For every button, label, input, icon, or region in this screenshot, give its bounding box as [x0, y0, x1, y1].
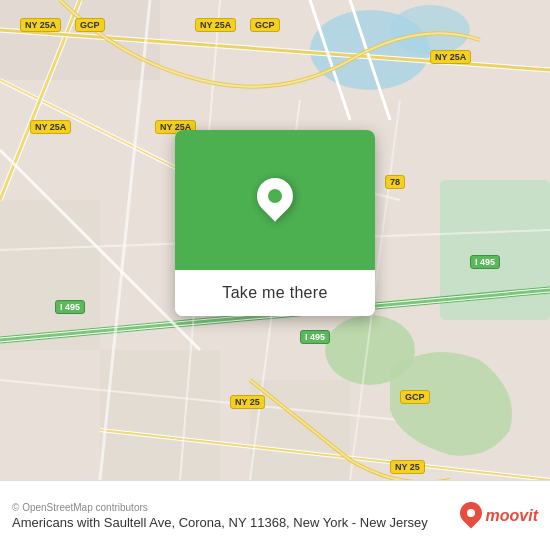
road-badge-ny25_bottom_center: NY 25: [230, 395, 265, 409]
location-pin: [257, 178, 293, 222]
moovit-brand-text: moovit: [486, 507, 538, 525]
road-badge-i495_center: I 495: [300, 330, 330, 344]
moovit-pin-inner: [467, 509, 475, 517]
road-badge-ny25a_mid_left: NY 25A: [30, 120, 71, 134]
road-badge-ny25a_top_center: NY 25A: [195, 18, 236, 32]
road-badge-i495_left: I 495: [55, 300, 85, 314]
copyright-text: © OpenStreetMap contributors: [12, 502, 148, 513]
map-container: NY 25ANY 25AGCPGCPGCPNY 25ANY 25A78NY 25…: [0, 0, 550, 480]
take-me-there-button[interactable]: Take me there: [175, 270, 375, 316]
moovit-logo: moovit: [460, 502, 538, 530]
svg-rect-6: [0, 200, 100, 350]
road-badge-ny25_bottom_right: NY 25: [390, 460, 425, 474]
svg-rect-7: [100, 350, 220, 480]
card-map-preview: [175, 130, 375, 270]
road-badge-ny25a_top_left: NY 25A: [20, 18, 61, 32]
road-badge-ny78: 78: [385, 175, 405, 189]
svg-rect-8: [250, 380, 350, 480]
moovit-pin-icon: [460, 502, 482, 530]
road-badge-gcp_top_left: GCP: [75, 18, 105, 32]
svg-point-2: [390, 5, 470, 55]
copyright-line: © OpenStreetMap contributors: [12, 502, 460, 513]
moovit-pin-head: [455, 497, 486, 528]
pin-head: [250, 171, 301, 222]
road-badge-gcp_top_center: GCP: [250, 18, 280, 32]
copyright-info: © OpenStreetMap contributors Americans w…: [12, 502, 460, 530]
road-badge-i495_right: I 495: [470, 255, 500, 269]
road-badge-ny25a_right: NY 25A: [430, 50, 471, 64]
bottom-bar: © OpenStreetMap contributors Americans w…: [0, 480, 550, 550]
address-line: Americans with Saultell Ave, Corona, NY …: [12, 515, 460, 530]
pin-inner: [268, 189, 282, 203]
location-card: Take me there: [175, 130, 375, 316]
road-badge-gcp_bottom_right: GCP: [400, 390, 430, 404]
